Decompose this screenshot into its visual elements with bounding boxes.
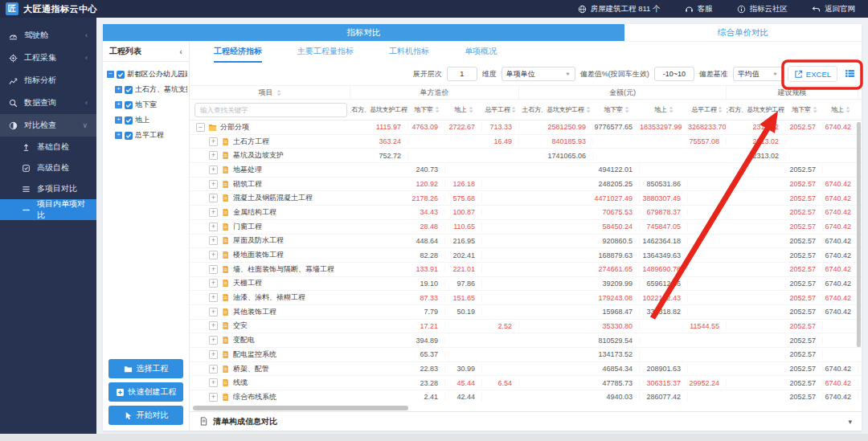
table-row[interactable]: +综合布线系统2.4142.444940.03286077.422052.576… [190,390,862,404]
tree-checkbox[interactable] [125,132,133,140]
topbar-menu-item[interactable]: 房屋建筑工程 811 个 [578,4,661,14]
table-column-header-5[interactable]: 地下室 [593,105,640,114]
sort-icon[interactable] [435,106,440,113]
sidebar-item-collect[interactable]: 工程采集‹ [0,47,96,69]
table-row[interactable]: +其他装饰工程7.7950.1915968.47338318.822052.57… [190,305,862,320]
sidebar-item-base-check[interactable]: 基础自检 [0,137,96,157]
table-column-header-4[interactable]: 土石方、基坑支护工程 [519,105,593,114]
sort-icon[interactable] [511,106,516,113]
sub-tab-3[interactable]: 单项概况 [465,46,497,63]
tree-root-node[interactable]: −新都区公办幼儿园建设提升 [107,67,187,82]
expand-node-icon[interactable]: + [115,116,122,124]
expand-row-icon[interactable]: + [209,350,218,359]
expand-row-icon[interactable]: + [209,165,218,174]
table-row[interactable]: +配电监控系统65.37134173.522052.57 [190,348,862,362]
baseline-select[interactable]: 平均值 ▼ [733,67,783,81]
quick-create-button[interactable]: 快速创建工程 [108,382,183,402]
table-column-header-2[interactable]: 地上 [445,105,482,114]
start-compare-button[interactable]: 开始对比 [108,406,183,425]
table-column-header-0[interactable]: 土石方、基坑支护工程 [350,105,408,114]
table-column-header-7[interactable]: 总平工程 [688,105,727,114]
sidebar-item-multi-project[interactable]: 多项目对比 [0,178,96,199]
collapse-caret-icon[interactable]: ▾ [848,418,852,426]
select-project-button[interactable]: 选择工程 [108,359,183,378]
sidebar-item-single-project[interactable]: 项目内单项对比 [0,199,96,220]
table-row[interactable]: +变配电394.89810529.542052.57 [190,333,862,348]
sort-icon[interactable] [718,106,723,113]
expand-row-icon[interactable]: + [209,336,218,345]
table-row[interactable]: +地基处理240.73494122.012052.57 [190,163,862,178]
excel-export-button[interactable]: EXCEL [788,66,837,82]
expand-row-icon[interactable]: + [209,393,218,402]
sidebar-item-analysis[interactable]: 指标分析 [0,69,96,92]
table-row[interactable]: +土石方工程363.2416.49840185.9375557.082313.0… [190,135,862,149]
table-row[interactable]: −分部分项1115.974763.092722.67713.332581250.… [190,120,862,135]
horizontal-scrollbar-thumb[interactable] [193,406,408,410]
tree-node[interactable]: +地上 [107,112,187,128]
main-tab-1[interactable]: 综合单价对比 [624,24,862,41]
collapse-row-icon[interactable]: − [196,123,205,132]
expand-row-icon[interactable]: + [209,208,218,217]
table-column-header-3[interactable]: 总平工程 [482,105,519,114]
tree-checkbox[interactable] [125,116,133,125]
table-column-header-10[interactable]: 地上 [823,105,858,114]
expand-row-icon[interactable]: + [209,137,218,146]
expand-row-icon[interactable]: + [209,236,218,245]
sidebar-item-advanced-check[interactable]: 高级自检 [0,157,96,178]
main-tab-0[interactable]: 指标对比 [103,24,624,41]
expand-row-icon[interactable]: + [209,293,218,302]
table-row[interactable]: +墙、柱面装饰与隔断、幕墙工程133.91221.01274661.651489… [190,263,862,277]
expand-node-icon[interactable]: + [115,132,122,139]
bottom-collapse-bar[interactable]: 清单构成信息对比 ▾ [190,411,862,431]
sidebar-item-dashboard[interactable]: 驾驶舱‹ [0,24,96,47]
sub-tab-2[interactable]: 工料机指标 [389,46,429,63]
expand-node-icon[interactable]: + [115,86,122,93]
expand-row-icon[interactable]: + [209,378,218,387]
table-row[interactable]: +油漆、涂料、裱糊工程87.33151.65179243.081022152.4… [190,291,862,305]
expand-node-icon[interactable]: + [115,101,122,108]
sort-icon[interactable] [813,106,817,113]
sub-tab-0[interactable]: 工程经济指标 [214,46,262,63]
tree-node[interactable]: +土石方、基坑支护工程 [107,82,187,97]
expand-row-icon[interactable]: + [209,194,218,202]
table-row[interactable]: +线缆23.2845.446.5447785.73306315.3729952.… [190,376,862,390]
sort-icon[interactable] [469,106,473,113]
tree-checkbox[interactable] [117,71,125,79]
tree-checkbox[interactable] [125,86,133,94]
tree-node[interactable]: +总平工程 [107,128,187,143]
topbar-menu-item[interactable]: 客服 [685,4,713,14]
sidebar-item-query[interactable]: 数据查询‹ [0,92,96,114]
expand-row-icon[interactable]: + [209,251,218,259]
collapse-node-icon[interactable]: − [107,71,114,78]
sort-icon[interactable] [845,106,850,113]
expand-row-icon[interactable]: + [209,321,218,330]
column-settings-button[interactable] [842,67,857,81]
panel-collapse-icon[interactable]: ‹ [179,47,182,56]
table-column-header-6[interactable]: 地上 [640,105,688,114]
expand-row-icon[interactable]: + [209,308,218,316]
table-row[interactable]: +天棚工程19.1097.8639209.99659612.662052.576… [190,277,862,292]
table-row[interactable]: +金属结构工程34.43100.8770675.53679878.372052.… [190,206,862,220]
sidebar-item-compare[interactable]: 对比检查∨ [0,114,96,137]
deviation-input[interactable] [654,67,694,81]
table-column-header-1[interactable]: 地下室 [408,105,445,114]
expand-row-icon[interactable]: + [209,265,218,274]
expand-level-input[interactable] [447,67,477,81]
table-row[interactable]: +桥架、配管22.8330.9946854.34208901.632052.57… [190,362,862,377]
table-row[interactable]: +交安17.212.5235330.8011544.552052.57 [190,320,862,334]
sort-icon[interactable] [586,106,591,113]
topbar-menu-item[interactable]: 指标云社区 [737,4,788,14]
expand-row-icon[interactable]: + [209,279,218,288]
vertical-scrollbar-thumb[interactable] [857,122,861,347]
tree-node[interactable]: +地下室 [107,97,187,112]
table-column-header-8[interactable]: 土石方、基坑支护工程 [727,105,786,114]
expand-row-icon[interactable]: + [209,151,218,160]
table-row[interactable]: +混凝土及钢筋混凝土工程2178.26575.684471027.4938803… [190,191,862,206]
table-row[interactable]: +砌筑工程120.92126.18248205.25850531.862052.… [190,178,862,192]
table-row[interactable]: +屋面及防水工程448.64216.95920860.51462364.1820… [190,235,862,249]
table-row[interactable]: +门窗工程28.48110.6558450.24745847.052052.57… [190,220,862,235]
table-row[interactable]: +楼地面装饰工程82.28202.41168879.631364349.6320… [190,248,862,263]
table-row[interactable]: +基坑及边坡支护752.721741065.062313.02 [190,149,862,163]
tree-checkbox[interactable] [125,101,133,109]
sub-tab-1[interactable]: 主要工程量指标 [297,46,354,63]
